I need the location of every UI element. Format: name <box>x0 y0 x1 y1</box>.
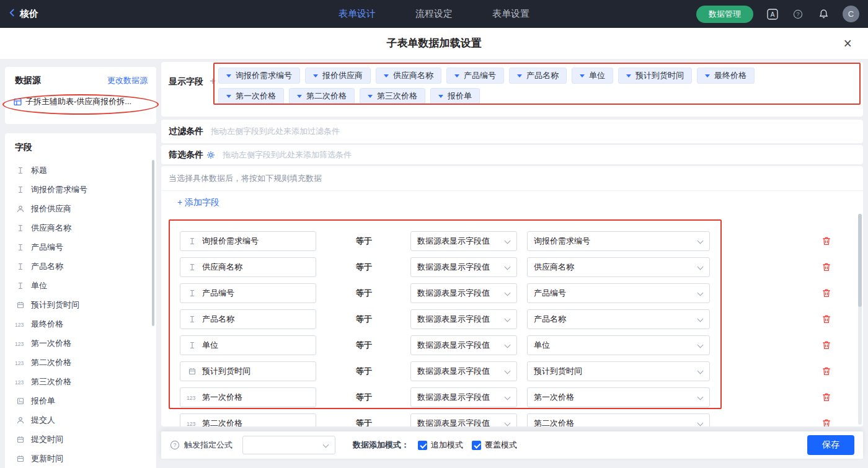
field-list-item[interactable]: 标题 <box>5 161 156 180</box>
delete-rule-button[interactable] <box>821 314 832 325</box>
bell-icon[interactable] <box>817 8 830 20</box>
rule-value-select[interactable]: 预计到货时间 <box>527 361 710 381</box>
display-field-tag[interactable]: 第二次价格 <box>289 88 355 104</box>
screening-condition-panel: 筛选条件 拖动左侧字段到此处来添加筛选条件 <box>161 145 863 164</box>
override-mode-label: 覆盖模式 <box>485 439 517 451</box>
number-icon: 123 <box>15 340 25 347</box>
field-list-item[interactable]: 报价单 <box>5 391 156 410</box>
back-chevron-icon <box>9 8 16 20</box>
field-list-item[interactable]: 产品编号 <box>5 237 156 257</box>
display-field-tag[interactable]: 产品编号 <box>446 68 504 84</box>
change-datasource-link[interactable]: 更改数据源 <box>107 75 148 86</box>
rules-scrollbar-thumb[interactable] <box>858 214 862 307</box>
rule-source-select[interactable]: 数据源表显示字段值 <box>410 283 517 303</box>
delete-rule-button[interactable] <box>821 340 832 351</box>
help-icon[interactable]: ? <box>792 8 804 20</box>
display-field-tag[interactable]: 第一次价格 <box>218 88 284 104</box>
datasource-header: 数据源 更改数据源 <box>5 67 156 86</box>
display-field-tag[interactable]: 报价单 <box>430 88 480 104</box>
field-list-item[interactable]: 预计到货时间 <box>5 295 156 314</box>
display-field-tag[interactable]: 报价供应商 <box>305 68 371 84</box>
override-mode-option[interactable]: 覆盖模式 <box>472 439 517 451</box>
screening-drop-zone[interactable]: 拖动左侧字段到此处来添加筛选条件 <box>223 149 352 161</box>
field-label: 第二次价格 <box>31 357 71 368</box>
rule-field-box[interactable]: 询报价需求编号 <box>180 231 316 251</box>
attachment-icon <box>15 397 25 405</box>
field-list-item[interactable]: 123 最终价格 <box>5 314 156 333</box>
rule-field-box[interactable]: 单位 <box>180 335 316 355</box>
rule-field-box[interactable]: 产品编号 <box>180 283 316 303</box>
field-list-item[interactable]: 123 第一次价格 <box>5 333 156 353</box>
help-icon[interactable]: ? <box>170 440 180 450</box>
add-display-field-button[interactable]: + <box>210 75 216 87</box>
rule-field-box[interactable]: 123 第二次价格 <box>180 413 316 426</box>
override-mode-checkbox[interactable] <box>472 441 481 450</box>
save-button[interactable]: 保存 <box>807 435 854 455</box>
rule-source-select[interactable]: 数据源表显示字段值 <box>410 335 517 355</box>
topbar-tab[interactable]: 表单设计 <box>339 8 376 20</box>
field-list-item[interactable]: 123 第三次价格 <box>5 372 156 391</box>
filter-drop-zone[interactable]: 拖动左侧字段到此处来添加过滤条件 <box>211 126 340 137</box>
datasource-item[interactable]: 子拆主辅助表-供应商报价拆... <box>14 96 156 107</box>
rule-field-box[interactable]: 123 第一次价格 <box>180 387 316 407</box>
field-label: 询报价需求编号 <box>31 184 87 195</box>
field-list-item[interactable]: 供应商名称 <box>5 218 156 237</box>
rule-value-select[interactable]: 供应商名称 <box>527 257 710 277</box>
rule-value-select[interactable]: 产品名称 <box>527 309 710 329</box>
display-field-tag[interactable]: 单位 <box>572 68 613 84</box>
svg-text:123: 123 <box>187 395 195 401</box>
field-list-item[interactable]: 询报价需求编号 <box>5 180 156 199</box>
language-icon[interactable]: A <box>766 8 779 20</box>
display-field-tag[interactable]: 第三次价格 <box>360 88 425 104</box>
topbar-tab[interactable]: 表单设置 <box>492 8 529 20</box>
back-button[interactable]: 核价 <box>9 8 38 20</box>
rule-field-box[interactable]: 预计到货时间 <box>180 361 316 381</box>
gear-icon[interactable] <box>206 151 215 159</box>
delete-rule-button[interactable] <box>821 392 832 403</box>
topbar-tab[interactable]: 流程设定 <box>415 8 453 20</box>
rule-value-select[interactable]: 第二次价格 <box>527 413 710 426</box>
append-mode-option[interactable]: 追加模式 <box>418 439 463 451</box>
rule-value-select[interactable]: 产品编号 <box>527 283 710 303</box>
field-list-item[interactable]: 123 第二次价格 <box>5 353 156 372</box>
display-field-tag[interactable]: 产品名称 <box>509 68 567 84</box>
delete-rule-button[interactable] <box>821 418 832 426</box>
avatar[interactable]: C <box>843 6 859 22</box>
formula-select[interactable] <box>242 436 335 454</box>
field-list-item[interactable]: 更新时间 <box>5 449 156 468</box>
field-list-item[interactable]: 提交人 <box>5 410 156 430</box>
field-label: 供应商名称 <box>31 223 71 234</box>
delete-rule-button[interactable] <box>821 236 832 247</box>
field-list-item[interactable]: 报价供应商 <box>5 199 156 218</box>
rule-source-select[interactable]: 数据源表显示字段值 <box>410 361 517 381</box>
display-field-tag[interactable]: 供应商名称 <box>376 68 441 84</box>
rule-field-box[interactable]: 产品名称 <box>180 309 316 329</box>
append-mode-checkbox[interactable] <box>418 441 427 450</box>
rule-source-select[interactable]: 数据源表显示字段值 <box>410 413 517 426</box>
field-list-item[interactable]: 单位 <box>5 276 156 295</box>
rule-source-select[interactable]: 数据源表显示字段值 <box>410 387 517 407</box>
date-icon <box>15 436 25 443</box>
tag-label: 报价单 <box>448 91 472 102</box>
display-field-tag[interactable]: 询报价需求编号 <box>218 68 300 84</box>
delete-rule-button[interactable] <box>821 262 832 273</box>
add-field-link[interactable]: + 添加字段 <box>177 197 219 208</box>
field-list-item[interactable]: 产品名称 <box>5 257 156 276</box>
chevron-down-icon <box>368 95 373 98</box>
delete-rule-button[interactable] <box>821 288 832 299</box>
field-list-item[interactable]: 提交时间 <box>5 430 156 449</box>
field-label: 报价单 <box>31 395 55 407</box>
rule-source-select[interactable]: 数据源表显示字段值 <box>410 257 517 277</box>
delete-rule-button[interactable] <box>821 366 832 377</box>
rule-value-select[interactable]: 单位 <box>527 335 710 355</box>
rule-source-select[interactable]: 数据源表显示字段值 <box>410 231 517 251</box>
rule-value-select[interactable]: 第一次价格 <box>527 387 710 407</box>
display-field-tag[interactable]: 最终价格 <box>697 68 755 84</box>
rule-source-select[interactable]: 数据源表显示字段值 <box>410 309 517 329</box>
rule-field-box[interactable]: 供应商名称 <box>180 257 316 277</box>
display-field-tag[interactable]: 预计到货时间 <box>618 68 692 84</box>
close-icon[interactable]: × <box>844 35 852 51</box>
rule-value-select[interactable]: 询报价需求编号 <box>527 231 710 251</box>
sidebar-scrollbar[interactable] <box>152 160 154 326</box>
data-manage-button[interactable]: 数据管理 <box>696 6 753 23</box>
